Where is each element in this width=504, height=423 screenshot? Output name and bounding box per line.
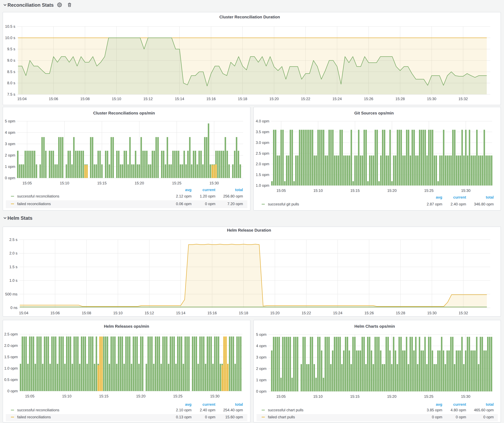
svg-text:successful reconciliations: successful reconciliations [17,194,59,198]
svg-text:0 opm: 0 opm [456,415,466,419]
svg-text:successful git pulls: successful git pulls [268,202,299,206]
svg-text:2 opm: 2 opm [256,366,266,371]
svg-text:1 opm: 1 opm [5,164,15,169]
svg-text:15:25: 15:25 [172,181,181,185]
svg-text:15:28: 15:28 [395,97,405,101]
svg-text:15:20: 15:20 [136,394,145,398]
svg-text:failed chart pulls: failed chart pulls [268,415,295,419]
svg-text:1.5 opm: 1.5 opm [256,173,269,177]
svg-text:0.13 opm: 0.13 opm [176,415,192,419]
svg-text:failed reconciliations: failed reconciliations [17,415,51,419]
svg-text:Helm Releases ops/min: Helm Releases ops/min [104,324,149,329]
svg-text:15:26: 15:26 [364,311,374,315]
svg-text:0 opm: 0 opm [483,415,494,419]
svg-text:15:04: 15:04 [17,97,27,101]
svg-text:15:12: 15:12 [143,97,153,101]
svg-text:15:20: 15:20 [135,181,144,185]
svg-text:10.0 s: 10.0 s [5,36,15,40]
svg-text:7.5 s: 7.5 s [7,92,15,96]
svg-text:15:14: 15:14 [176,311,185,315]
svg-text:2.40 opm: 2.40 opm [450,202,466,206]
svg-text:1.0 s: 1.0 s [9,278,18,282]
svg-text:15:30: 15:30 [210,181,219,185]
svg-text:failed reconciliations: failed reconciliations [17,202,51,206]
svg-text:15:20: 15:20 [387,394,396,399]
svg-text:10.5 s: 10.5 s [5,24,15,29]
svg-text:avg: avg [436,402,442,406]
svg-text:avg: avg [436,195,442,199]
svg-text:Helm Release Duration: Helm Release Duration [227,228,271,233]
svg-text:15:05: 15:05 [276,188,286,193]
svg-text:0.06 opm: 0.06 opm [176,202,192,206]
svg-text:15.60 opm: 15.60 opm [225,415,243,419]
svg-text:5 opm: 5 opm [256,332,266,337]
svg-text:total: total [235,402,243,406]
svg-text:current: current [203,188,215,192]
svg-text:15:15: 15:15 [97,181,107,185]
svg-text:Cluster Reconciliation Duratio: Cluster Reconciliation Duration [219,15,280,19]
svg-text:15:26: 15:26 [364,97,373,101]
svg-text:2.10 opm: 2.10 opm [176,408,192,412]
svg-text:256.80 opm: 256.80 opm [223,194,243,198]
svg-text:15:25: 15:25 [173,394,182,398]
svg-text:15:22: 15:22 [301,311,311,315]
svg-text:1.0 opm: 1.0 opm [4,366,18,370]
svg-text:0 opm: 0 opm [5,176,15,180]
svg-text:2.5 opm: 2.5 opm [4,332,18,336]
svg-text:9.5 s: 9.5 s [7,47,15,51]
svg-text:3 opm: 3 opm [5,142,15,146]
svg-text:avg: avg [185,402,192,406]
svg-text:2.5 opm: 2.5 opm [256,151,269,155]
svg-text:2.0 opm: 2.0 opm [4,343,18,348]
svg-text:7.20 opm: 7.20 opm [227,202,243,206]
svg-text:3.5 opm: 3.5 opm [256,130,269,134]
svg-text:total: total [486,195,494,199]
svg-text:15:20: 15:20 [387,188,397,193]
svg-text:15:32: 15:32 [458,97,468,101]
svg-text:15:20: 15:20 [270,311,280,315]
svg-text:15:15: 15:15 [99,394,108,398]
svg-text:15:10: 15:10 [60,181,69,185]
svg-text:total: total [486,402,494,406]
svg-text:0 opm: 0 opm [256,389,266,394]
svg-text:9.0 s: 9.0 s [7,58,15,62]
svg-text:15:08: 15:08 [80,97,90,101]
svg-text:avg: avg [185,188,192,192]
svg-text:346.80 opm: 346.80 opm [474,202,494,206]
svg-text:2.40 opm: 2.40 opm [200,408,215,412]
svg-text:current: current [203,402,215,406]
svg-text:15:10: 15:10 [313,188,323,193]
svg-text:15:24: 15:24 [332,97,342,101]
svg-text:15:20: 15:20 [270,97,279,101]
svg-text:15:32: 15:32 [459,311,468,315]
svg-text:15:10: 15:10 [112,97,121,101]
svg-text:1.5 opm: 1.5 opm [4,355,18,359]
svg-text:3.85 opm: 3.85 opm [427,408,442,412]
svg-text:5 opm: 5 opm [5,119,15,123]
svg-text:8.5 s: 8.5 s [7,70,15,74]
svg-text:15:25: 15:25 [424,188,433,193]
svg-text:4.80 opm: 4.80 opm [450,408,466,412]
svg-text:15:05: 15:05 [276,394,286,399]
svg-text:current: current [453,195,466,199]
svg-text:current: current [453,402,466,406]
svg-text:2.12 opm: 2.12 opm [176,194,192,198]
svg-text:15:15: 15:15 [350,394,360,399]
svg-text:8.0 s: 8.0 s [7,81,15,85]
svg-text:15:06: 15:06 [50,311,60,315]
svg-text:15:30: 15:30 [427,97,436,101]
svg-text:3 opm: 3 opm [256,355,266,359]
svg-text:2.5 s: 2.5 s [9,237,18,242]
svg-text:15:08: 15:08 [82,311,91,315]
svg-text:254.40 opm: 254.40 opm [223,408,243,412]
svg-text:4 opm: 4 opm [256,344,266,348]
svg-text:15:24: 15:24 [333,311,342,315]
svg-text:15:22: 15:22 [301,97,310,101]
svg-text:0 opm: 0 opm [7,389,18,393]
svg-text:0 opm: 0 opm [432,415,442,419]
svg-text:0 opm: 0 opm [205,202,215,206]
svg-text:465.60 opm: 465.60 opm [474,408,494,412]
svg-text:4 opm: 4 opm [5,130,15,135]
svg-text:4.0 opm: 4.0 opm [256,119,269,123]
svg-text:1.0 opm: 1.0 opm [256,183,269,188]
